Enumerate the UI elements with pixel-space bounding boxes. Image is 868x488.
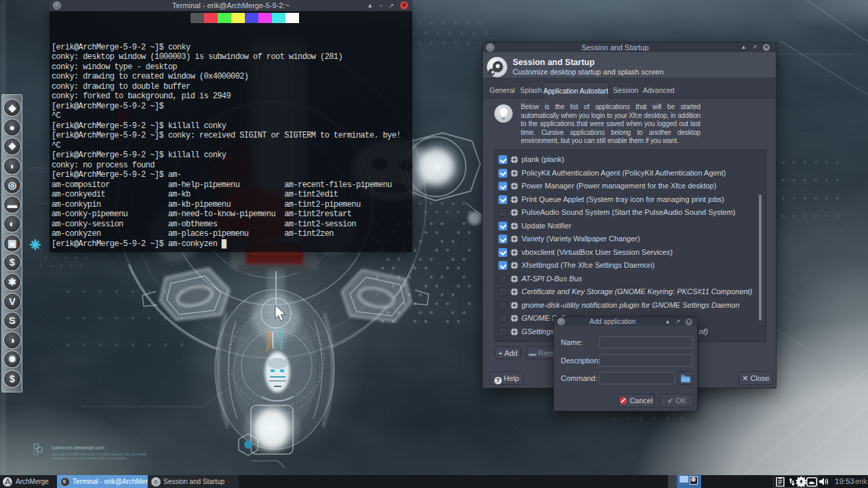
svg-text:reproduce or copy this artwork: reproduce or copy this artwork without p…	[52, 456, 127, 460]
svg-text:submicron.deviantart.com: submicron.deviantart.com	[52, 445, 104, 450]
